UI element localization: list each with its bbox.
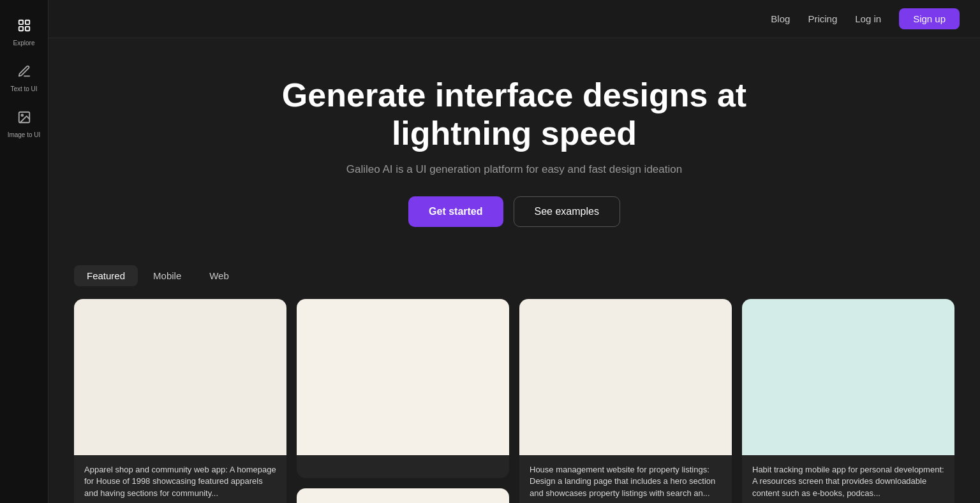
col-2 (297, 299, 509, 503)
svg-point-5 (21, 114, 23, 116)
tab-featured[interactable]: Featured (74, 265, 138, 286)
col-1: Apparel shop and community web app: A ho… (74, 299, 286, 503)
card-info-habit: Habit tracking mobile app for personal d… (742, 455, 954, 503)
card-info-2 (297, 455, 509, 478)
card-house-management[interactable]: House management website for property li… (519, 299, 732, 503)
card-preview-2 (297, 299, 509, 455)
image-to-ui-icon (13, 106, 36, 129)
svg-rect-2 (19, 27, 22, 31)
card-info-apparel: Apparel shop and community web app: A ho… (74, 455, 286, 503)
card-description-apparel: Apparel shop and community web app: A ho… (84, 464, 276, 500)
card-description-house: House management website for property li… (530, 464, 722, 500)
card-preview-habit (742, 299, 954, 455)
card-partial-bottom-2[interactable] (297, 488, 509, 503)
explore-icon (13, 14, 36, 37)
cards-grid: Apparel shop and community web app: A ho… (48, 299, 980, 503)
hero-buttons: Get started See examples (74, 196, 954, 227)
card-info-house: House management website for property li… (519, 455, 732, 503)
signup-button[interactable]: Sign up (899, 8, 960, 29)
svg-rect-3 (25, 27, 29, 31)
login-link[interactable]: Log in (855, 13, 881, 24)
see-examples-button[interactable]: See examples (514, 196, 620, 227)
card-2[interactable] (297, 299, 509, 478)
tabs: Featured Mobile Web (74, 265, 954, 286)
col-4: Habit tracking mobile app for personal d… (742, 299, 954, 503)
card-apparel[interactable]: Apparel shop and community web app: A ho… (74, 299, 286, 503)
svg-rect-0 (19, 20, 22, 24)
get-started-button[interactable]: Get started (408, 196, 503, 227)
hero-section: Generate interface designs at lightning … (48, 38, 980, 252)
card-description-habit: Habit tracking mobile app for personal d… (752, 464, 944, 500)
tab-web[interactable]: Web (197, 265, 242, 286)
hero-subtitle: Galileo AI is a UI generation platform f… (74, 163, 954, 176)
card-habit-tracking[interactable]: Habit tracking mobile app for personal d… (742, 299, 954, 503)
svg-rect-1 (25, 20, 29, 24)
tabs-section: Featured Mobile Web (48, 252, 980, 286)
sidebar-item-explore[interactable]: Explore (0, 8, 48, 54)
blog-link[interactable]: Blog (771, 13, 790, 24)
sidebar-item-image-to-ui[interactable]: Image to UI (0, 99, 48, 145)
sidebar-explore-label: Explore (13, 40, 35, 47)
card-preview-apparel (74, 299, 286, 455)
sidebar-text-to-ui-label: Text to UI (10, 85, 37, 93)
sidebar-item-text-to-ui[interactable]: Text to UI (0, 54, 48, 99)
card-preview-house (519, 299, 732, 455)
sidebar: Explore Text to UI Image to UI (0, 0, 48, 503)
hero-title: Generate interface designs at lightning … (240, 77, 789, 153)
col-3: House management website for property li… (519, 299, 732, 503)
tab-mobile[interactable]: Mobile (140, 265, 194, 286)
card-preview-partial-2 (297, 488, 509, 503)
main-content: Generate interface designs at lightning … (48, 0, 980, 503)
sidebar-image-to-ui-label: Image to UI (8, 131, 41, 139)
topnav: Blog Pricing Log in Sign up (48, 0, 980, 38)
pricing-link[interactable]: Pricing (808, 13, 837, 24)
text-to-ui-icon (13, 60, 36, 83)
